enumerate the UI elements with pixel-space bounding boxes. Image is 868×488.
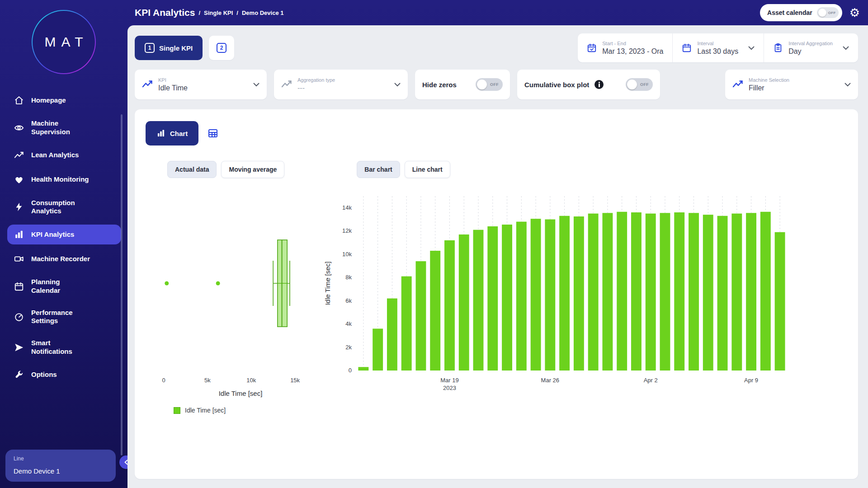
trend-icon [14,150,24,161]
sidebar-item-health-monitoring[interactable]: Health Monitoring [7,170,121,190]
bar[interactable] [559,216,570,371]
bar[interactable] [760,212,771,371]
breadcrumb-single-kpi[interactable]: Single KPI [204,9,233,16]
x-tick-label: 15k [290,377,300,384]
calendar-check-icon [587,43,597,53]
bar[interactable] [531,219,541,371]
x-tick-label: 0 [162,377,165,384]
bar[interactable] [373,328,383,371]
boxplot-chart[interactable]: 05k10k15kIdle Time [sec] [146,188,317,400]
sidebar-item-label: KPI Analytics [31,230,99,239]
sidebar-item-machine-supervision[interactable]: Machine Supervision [7,115,121,141]
sidebar-item-planning-calendar[interactable]: Planning Calendar [7,273,121,300]
chart-tab-button[interactable]: Chart [146,121,198,145]
settings-gear-icon[interactable]: ⚙ [849,7,860,19]
bar[interactable] [502,225,512,371]
breadcrumb-separator: / [198,9,200,16]
sidebar-item-homepage[interactable]: Homepage [7,90,121,110]
interval-aggregation-value: Day [788,47,833,56]
sidebar-item-kpi-analytics[interactable]: KPI Analytics [7,225,121,244]
actual-data-chip[interactable]: Actual data [167,161,217,178]
info-icon[interactable] [594,80,604,89]
chart-card: Chart Actual data Moving average Bar cha… [135,109,858,479]
home-icon [14,95,24,106]
bar[interactable] [703,215,713,371]
bar-chart-chip[interactable]: Bar chart [357,161,400,178]
moving-average-chip[interactable]: Moving average [221,161,284,178]
bar[interactable] [646,214,656,371]
cumulative-box-plot-toggle[interactable]: OFF [626,78,653,91]
bar[interactable] [416,261,426,371]
logo-text: MAT [39,34,88,50]
bar[interactable] [430,251,440,371]
bar[interactable] [588,214,599,371]
top-header: KPI Analytics / Single KPI / Demo Device… [127,0,868,25]
toolbar-row: 1 Single KPI 2 Start - End Mar 13, 2023 … [135,33,858,62]
interval-select[interactable]: Interval Last 30 days [672,33,764,62]
outlier-point[interactable] [165,282,169,286]
interval-aggregation-select[interactable]: Interval Aggregation Day [764,33,858,62]
bar[interactable] [731,214,742,371]
y-axis-label: Idle Time [sec] [324,262,331,305]
hide-zeros-toggle[interactable]: OFF [476,78,503,91]
bar[interactable] [717,216,728,371]
bar[interactable] [516,222,527,371]
legend-label: Idle Time [sec] [185,407,226,414]
x-tick-label: Mar 26 [541,377,559,384]
bar-chart[interactable]: 02k4k6k8k10k12k14kMar 192023Mar 26Apr 2A… [323,188,820,400]
sidebar-item-smart-notifications[interactable]: Smart Notifications [7,334,121,361]
toggle-state-label: OFF [640,82,649,87]
bar[interactable] [574,216,584,371]
multi-kpi-icon: 2 [217,43,226,53]
device-card[interactable]: Line Demo Device 1 [5,450,116,482]
bar[interactable] [387,298,397,371]
single-kpi-label: Single KPI [159,44,193,52]
asset-calendar-toggle-pill[interactable]: Asset calendar OFF [760,4,842,21]
charts-area: 05k10k15kIdle Time [sec] 02k4k6k8k10k12k… [146,188,847,400]
machine-selection-select[interactable]: Machine Selection Filler [725,70,858,99]
bar[interactable] [674,212,684,371]
multi-kpi-button[interactable]: 2 [209,36,234,60]
line-chart-chip[interactable]: Line chart [405,161,450,178]
sidebar-item-consumption-analytics[interactable]: Consumption Analytics [7,194,121,221]
chevron-down-icon [843,46,849,50]
interval-aggregation-label: Interval Aggregation [788,41,833,46]
sidebar-item-machine-recorder[interactable]: Machine Recorder [7,249,121,269]
asset-calendar-toggle[interactable]: OFF [817,7,839,18]
bar[interactable] [617,212,627,371]
gauge-icon [14,311,24,322]
sidebar-item-performance-settings[interactable]: Performance Settings [7,304,121,330]
bar[interactable] [473,230,484,371]
bar[interactable] [459,235,469,371]
heart-icon [14,174,24,185]
page-title: KPI Analytics [135,7,195,18]
start-end-picker[interactable]: Start - End Mar 13, 2023 - Ora [578,33,672,62]
bar[interactable] [401,277,412,371]
bar[interactable] [631,212,642,371]
aggregation-type-select[interactable]: Aggregation type --- [274,70,408,99]
sidebar-item-lean-analytics[interactable]: Lean Analytics [7,145,121,165]
sidebar-item-label: Homepage [31,96,99,105]
sidebar-scrollbar[interactable] [121,114,123,455]
x-tick-label: Mar 19 [440,377,458,384]
breadcrumb-device[interactable]: Demo Device 1 [242,9,284,16]
bar[interactable] [444,240,455,371]
table-view-button[interactable] [208,128,218,139]
bar[interactable] [660,213,670,371]
interval-label: Interval [697,41,738,46]
bar[interactable] [746,213,756,371]
topbar-right: Asset calendar OFF ⚙ [760,4,860,21]
bar[interactable] [602,213,613,371]
outlier-point[interactable] [216,282,220,286]
app-root: MAT Homepage Machine Supervision Lean An… [0,0,868,488]
bar[interactable] [358,367,368,371]
kpi-select[interactable]: KPI Idle Time [135,70,267,99]
chart-legend[interactable]: Idle Time [sec] [174,407,847,414]
sidebar-item-options[interactable]: Options [7,365,121,385]
bar[interactable] [487,226,498,371]
bar[interactable] [545,219,555,371]
clipboard-icon [773,43,783,53]
bar[interactable] [689,213,699,371]
single-kpi-button[interactable]: 1 Single KPI [135,36,203,60]
bar[interactable] [775,232,785,371]
